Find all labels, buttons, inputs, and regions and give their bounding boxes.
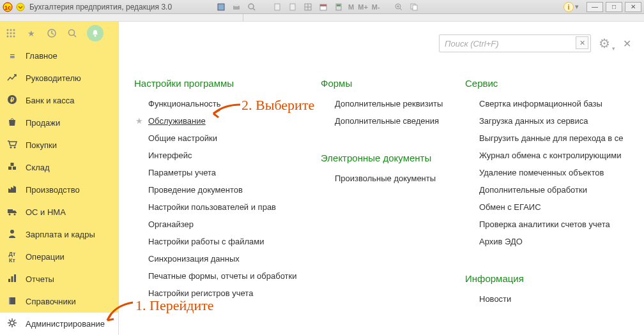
sidebar-item-operations[interactable]: ДтКтОперации [0,246,118,268]
doc1-icon[interactable] [272,2,283,12]
minimize-button[interactable]: — [586,2,603,12]
info-icon[interactable]: i [564,2,574,12]
sidebar-label: Операции [26,252,65,262]
search-clear-button[interactable]: ✕ [576,36,588,49]
svg-line-34 [74,35,77,38]
link-additional-processing[interactable]: Дополнительные обработки [465,185,644,195]
svg-point-29 [7,36,9,38]
link-interface[interactable]: Интерфейс [134,151,321,160]
link-organizer[interactable]: Органайзер [134,220,321,229]
sidebar-item-bank[interactable]: ₽Банк и касса [0,89,118,112]
sidebar-item-main[interactable]: ≡Главное [0,45,118,67]
sidebar-item-manager[interactable]: Руководителю [0,67,118,89]
section-title-service: Сервис [465,78,644,89]
dtct-icon: ДтКт [6,251,18,264]
sidebar-item-warehouse[interactable]: Склад [0,156,118,179]
sidebar-item-assets[interactable]: ОС и НМА [0,201,118,223]
menu-lines-icon: ≡ [6,51,18,61]
link-egais[interactable]: Обмен с ЕГАИС [465,202,644,212]
memory-m-label[interactable]: M [348,3,354,11]
sidebar-item-hr[interactable]: Зарплата и кадры [0,223,118,246]
memory-mplus-label[interactable]: M+ [358,3,368,11]
panel-close-icon[interactable]: ✕ [623,38,631,50]
tab-strip [0,14,644,22]
window-controls: — □ ✕ [586,2,641,12]
link-news[interactable]: Новости [465,294,644,304]
link-functionality[interactable]: Функциональность [134,99,321,108]
svg-point-27 [10,33,12,34]
svg-line-60 [14,320,15,321]
svg-rect-3 [218,4,224,10]
sidebar-top-toolbar: ★ [0,22,118,45]
sidebar-item-administration[interactable]: Администрирование [0,313,118,335]
sidebar-item-sales[interactable]: Продажи [0,112,118,134]
save-icon[interactable] [215,2,227,12]
link-document-posting[interactable]: Проведение документов [134,185,321,195]
copy-icon[interactable] [408,2,420,12]
link-load-from-service[interactable]: Загрузка данных из сервиса [465,116,644,126]
info-dropdown-icon[interactable]: ▾ [574,2,580,12]
link-file-settings[interactable]: Настройки работы с файлами [134,237,321,246]
link-exchange-log[interactable]: Журнал обмена с контролирующими [465,151,644,160]
sidebar-item-reports[interactable]: Отчеты [0,268,118,290]
calendar-icon[interactable] [318,2,329,12]
history-icon[interactable] [46,27,57,39]
print-icon[interactable] [231,2,242,12]
sidebar-item-catalogs[interactable]: Справочники [0,290,118,313]
search-icon[interactable] [66,27,78,39]
link-analytics-check[interactable]: Проверка аналитики счетов учета [465,220,644,229]
link-general-settings[interactable]: Общие настройки [134,133,321,143]
sidebar-label: Руководителю [26,73,81,83]
link-additional-info[interactable]: Дополнительные сведения [321,116,465,126]
notifications-icon[interactable] [87,25,103,41]
sidebar-item-production[interactable]: Производство [0,179,118,201]
close-button[interactable]: ✕ [625,2,641,12]
svg-line-59 [9,325,10,326]
svg-point-6 [249,4,254,9]
star-icon[interactable]: ★ [26,27,37,39]
book-icon [6,296,18,307]
grid-icon[interactable] [302,2,314,12]
search-input[interactable] [439,34,591,52]
chart-icon [6,274,18,285]
svg-point-24 [10,29,12,31]
link-accounting-params[interactable]: Параметры учета [134,168,321,177]
section-title-program-settings: Настройки программы [134,78,321,89]
column-settings: Настройки программы Функциональность Обс… [134,78,321,311]
link-user-rights[interactable]: Настройки пользователей и прав [134,202,321,212]
dropdown-icon[interactable] [15,2,26,12]
sidebar-item-purchases[interactable]: Покупки [0,134,118,156]
doc2-icon[interactable] [287,2,298,12]
memory-mminus-label[interactable]: M- [372,3,380,11]
link-register-settings[interactable]: Настройки регистров учета [134,288,321,298]
link-data-sync[interactable]: Синхронизация данных [134,254,321,264]
svg-point-25 [13,29,15,31]
svg-point-45 [14,213,16,215]
svg-text:₽: ₽ [10,96,15,103]
boxes-icon [6,162,18,173]
svg-rect-5 [234,4,238,6]
link-maintenance[interactable]: Обслуживание [134,116,321,126]
svg-rect-51 [9,297,10,304]
svg-text:1c: 1c [4,4,11,11]
maximize-button[interactable]: □ [606,2,622,12]
trend-icon [6,73,18,84]
link-db-rollup[interactable]: Свертка информационной базы [465,99,644,108]
zoom-icon[interactable] [393,2,404,12]
link-export-migration[interactable]: Выгрузить данные для перехода в се [465,133,644,143]
search-small-icon[interactable] [246,2,257,12]
svg-rect-48 [12,276,13,282]
apps-icon[interactable] [5,27,17,39]
link-edo-archive[interactable]: Архив ЭДО [465,237,644,246]
sidebar-label: Главное [26,51,57,61]
calculator-icon[interactable] [333,2,344,12]
link-additional-props[interactable]: Дополнительные реквизиты [321,99,465,108]
link-custom-docs[interactable]: Произвольные документы [321,174,465,183]
settings-gear-icon[interactable]: ⚙ [599,36,610,51]
top-right-toolbar: ✕ ⚙ ✕ [439,34,631,52]
sidebar-label: Продажи [26,118,60,128]
link-print-forms[interactable]: Печатные формы, отчеты и обработки [134,271,321,281]
link-delete-marked[interactable]: Удаление помеченных объектов [465,168,644,177]
sidebar-label: Банк и касса [26,96,75,105]
ruble-icon: ₽ [6,94,18,107]
